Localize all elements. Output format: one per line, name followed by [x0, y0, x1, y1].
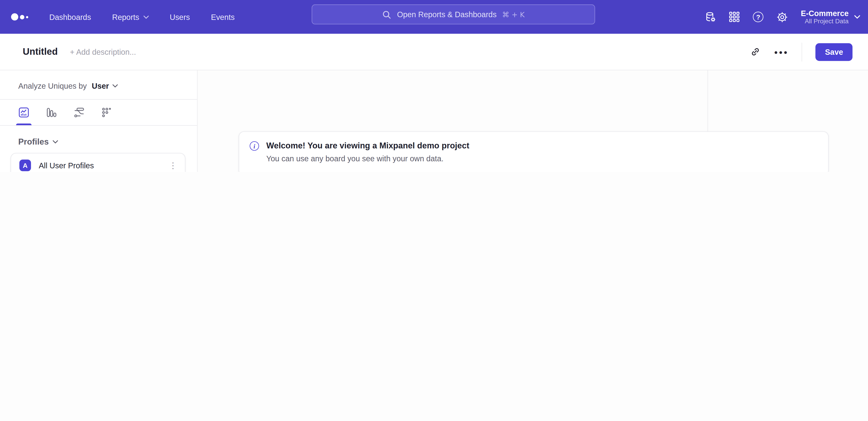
- tab-flows[interactable]: [65, 100, 93, 125]
- project-switcher[interactable]: E-Commerce All Project Data: [801, 9, 860, 25]
- chevron-down-icon: [143, 15, 149, 19]
- project-name: E-Commerce: [801, 9, 849, 18]
- top-nav: Dashboards Reports Users Events Open Rep…: [0, 0, 868, 34]
- chevron-down-icon: [53, 140, 58, 143]
- chevron-down-icon[interactable]: [112, 84, 118, 88]
- divider: [802, 42, 802, 61]
- metric-name[interactable]: All User Profiles: [39, 161, 94, 170]
- analyze-uniques-row: Analyze Uniques by User: [18, 79, 197, 92]
- analyze-prefix-label: Analyze Uniques by: [18, 81, 87, 90]
- project-scope: All Project Data: [801, 18, 849, 25]
- app-window: Dashboards Reports Users Events Open Rep…: [0, 0, 868, 172]
- search-shortcut: ⌘ + K: [502, 10, 525, 19]
- tab-insights[interactable]: [10, 100, 37, 125]
- insights-chart-icon: [18, 107, 29, 118]
- nav-item-users[interactable]: Users: [170, 12, 190, 21]
- nav-item-dashboards[interactable]: Dashboards: [49, 12, 91, 21]
- kebab-menu-icon[interactable]: ⋮: [169, 161, 177, 170]
- question-mark-glyph: ?: [753, 11, 764, 22]
- apps-grid-icon[interactable]: [728, 11, 741, 23]
- banner-subtitle: You can use any board you see with your …: [266, 154, 817, 163]
- metric-card-row: A All User Profiles ⋮: [20, 160, 177, 171]
- flows-icon: [74, 107, 85, 118]
- top-nav-menu: Dashboards Reports Users Events: [49, 12, 235, 21]
- nav-item-label: Reports: [112, 12, 139, 21]
- nav-item-label: Dashboards: [49, 12, 91, 21]
- tab-funnels[interactable]: [38, 100, 65, 125]
- profiles-section-header[interactable]: Profiles: [18, 137, 197, 146]
- report-canvas: i Welcome! You are viewing a Mixpanel de…: [197, 71, 708, 172]
- mixpanel-logo-icon[interactable]: [11, 13, 28, 21]
- nav-item-label: Users: [170, 12, 190, 21]
- funnel-bars-icon: [46, 107, 57, 118]
- divider: [0, 125, 197, 125]
- nav-item-reports[interactable]: Reports: [112, 12, 149, 21]
- data-management-icon[interactable]: [705, 11, 717, 23]
- title-bar-actions: ●●● Save: [750, 42, 852, 61]
- search-icon: [382, 10, 392, 19]
- settings-gear-icon[interactable]: [776, 11, 788, 23]
- add-description-field[interactable]: + Add description...: [70, 47, 136, 56]
- top-nav-right: ? E-Commerce All Project Data: [705, 0, 860, 34]
- help-icon[interactable]: ?: [752, 11, 764, 23]
- report-title-bar: Untitled + Add description... ●●● Save: [0, 34, 868, 71]
- info-icon: i: [250, 141, 259, 151]
- nav-item-events[interactable]: Events: [211, 12, 235, 21]
- report-type-tabs: [0, 100, 197, 125]
- chevron-down-icon: [854, 15, 860, 19]
- global-search-placeholder: Open Reports & Dashboards: [397, 10, 497, 19]
- more-options-button[interactable]: ●●●: [774, 49, 789, 55]
- query-sidebar: Analyze Uniques by User Profiles: [0, 71, 197, 172]
- tab-retention[interactable]: [93, 100, 121, 125]
- global-search-bar[interactable]: Open Reports & Dashboards ⌘ + K: [312, 4, 595, 24]
- nav-item-label: Events: [211, 12, 235, 21]
- metric-badge: A: [20, 160, 31, 171]
- profiles-heading-label: Profiles: [18, 137, 49, 146]
- report-title[interactable]: Untitled: [23, 46, 58, 57]
- project-info: E-Commerce All Project Data: [801, 9, 849, 25]
- metric-card[interactable]: A All User Profiles ⋮ Count Total: [11, 153, 186, 172]
- analyze-value-dropdown[interactable]: User: [92, 81, 109, 90]
- retention-dots-icon: [101, 107, 112, 118]
- demo-banner: i Welcome! You are viewing a Mixpanel de…: [239, 131, 829, 172]
- save-button[interactable]: Save: [815, 43, 852, 61]
- banner-title: Welcome! You are viewing a Mixpanel demo…: [266, 141, 469, 150]
- copy-link-icon[interactable]: [750, 47, 761, 57]
